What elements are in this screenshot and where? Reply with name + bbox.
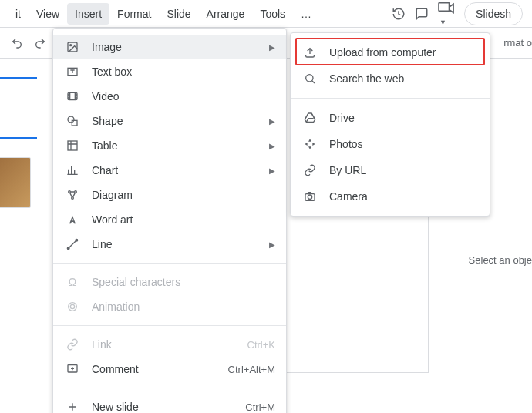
link-icon [64,338,81,351]
menu-item-label: Word art [92,213,133,226]
menu-format[interactable]: Format [109,3,159,25]
svg-rect-0 [439,2,450,11]
menu-arrange[interactable]: Arrange [199,3,253,25]
menu-tools[interactable]: Tools [252,3,293,25]
svg-rect-7 [68,141,77,150]
menu-separator [53,388,286,388]
chevron-right-icon: ▶ [269,166,275,175]
menu-item-label: Text box [92,65,132,78]
menu-view[interactable]: View [29,3,67,25]
search-icon [301,72,318,85]
svg-point-14 [69,303,77,311]
present-video-icon[interactable]: ▼ [438,1,455,27]
menu-separator [53,263,286,264]
slideshow-button[interactable]: Slidesh [464,2,523,25]
menu-item-textbox[interactable]: Text box [53,59,286,84]
menu-item-label: Line [92,238,112,250]
menu-item-shape[interactable]: Shape ▶ [53,109,286,133]
animation-icon [64,301,81,313]
slide-thumb-selection [0,137,37,139]
svg-point-2 [70,45,72,46]
svg-point-12 [76,239,78,241]
history-icon[interactable] [392,7,406,21]
format-options-partial: rmat o [503,37,532,49]
insert-dropdown: Image ▶ Text box Video Shape ▶ Table ▶ C… [52,28,287,413]
slide-thumbnail[interactable] [0,157,31,208]
menu-item-label: Diagram [92,189,133,201]
table-icon [64,139,81,152]
svg-point-9 [75,191,77,193]
image-submenu: Upload from computer Search the web Driv… [290,32,490,217]
line-icon [64,238,81,250]
svg-point-18 [308,195,311,199]
submenu-photos[interactable]: Photos [291,131,490,157]
menu-item-animation: Animation [53,294,286,319]
menu-item-label: Drive [329,112,355,124]
submenu-camera[interactable]: Camera [291,183,490,210]
image-icon [64,41,81,53]
menu-item-chart[interactable]: Chart ▶ [53,158,286,183]
menu-slide[interactable]: Slide [159,3,198,25]
format-hint: Select an obje [469,254,532,266]
wordart-icon [64,213,81,226]
menu-item-label: Special characters [92,276,180,288]
menu-item-link: Link Ctrl+K [53,332,286,357]
chevron-right-icon: ▶ [269,117,275,126]
comment-icon[interactable] [415,7,429,21]
menu-item-table[interactable]: Table ▶ [53,133,286,158]
submenu-upload-from-computer[interactable]: Upload from computer [291,39,490,65]
svg-point-13 [70,304,74,308]
menu-item-new-slide[interactable]: New slide Ctrl+M [53,395,286,413]
plus-icon [64,401,81,413]
submenu-drive[interactable]: Drive [291,105,490,131]
menu-item-label: Upload from computer [329,46,436,59]
slide-thumb-selection [0,77,37,79]
shortcut-label: Ctrl+K [247,339,275,351]
menu-edit-partial[interactable]: it [8,3,29,25]
menu-item-label: Table [92,139,117,152]
video-icon [64,90,81,102]
svg-rect-6 [72,120,77,126]
menu-separator [53,325,286,326]
svg-point-16 [306,75,313,82]
camera-icon [301,190,318,203]
menu-item-label: Shape [92,115,123,127]
shape-icon [64,115,81,127]
menu-item-line[interactable]: Line ▶ [53,232,286,257]
svg-point-11 [67,247,69,250]
textbox-icon [64,65,81,78]
menu-separator [291,98,490,99]
menubar: it View Insert Format Slide Arrange Tool… [0,0,532,28]
menu-item-label: Animation [92,301,140,313]
menu-item-label: New slide [92,401,139,413]
submenu-search-web[interactable]: Search the web [291,65,490,92]
shortcut-label: Ctrl+Alt+M [228,364,275,375]
svg-point-10 [72,197,74,200]
menu-item-label: Camera [329,190,368,203]
undo-icon[interactable] [11,37,23,49]
shortcut-label: Ctrl+M [245,401,275,413]
menu-item-label: Search the web [329,72,404,85]
menu-item-wordart[interactable]: Word art [53,207,286,232]
menu-item-label: By URL [329,164,366,176]
chevron-right-icon: ▶ [269,142,275,150]
menu-item-image[interactable]: Image ▶ [53,35,286,59]
submenu-by-url[interactable]: By URL [291,157,490,183]
chevron-right-icon: ▶ [269,43,275,52]
menu-item-special-characters: Ω Special characters [53,270,286,294]
menu-item-label: Chart [92,164,118,176]
svg-point-5 [68,116,74,123]
menu-item-label: Video [92,90,120,102]
chevron-right-icon: ▶ [269,240,275,249]
chart-icon [64,164,81,176]
redo-icon[interactable] [34,37,46,49]
menu-item-comment[interactable]: Comment Ctrl+Alt+M [53,357,286,381]
menu-item-video[interactable]: Video [53,84,286,109]
drive-icon [301,112,318,124]
menu-more[interactable]: … [293,3,319,25]
menu-item-label: Comment [92,363,139,375]
menu-item-diagram[interactable]: Diagram [53,183,286,207]
photos-icon [301,138,318,150]
menu-insert[interactable]: Insert [67,3,109,25]
add-comment-icon [64,363,81,375]
